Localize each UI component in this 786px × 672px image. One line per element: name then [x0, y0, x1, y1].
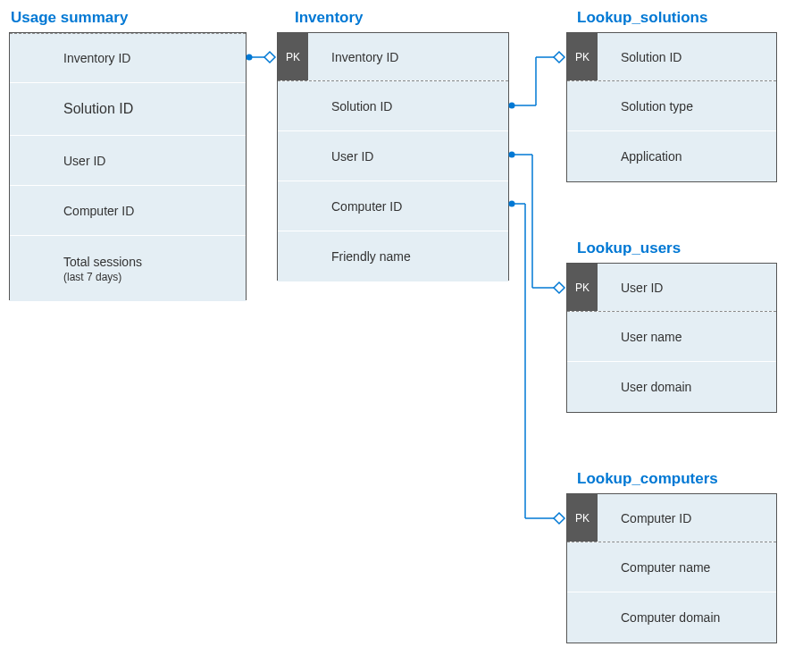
field-row: Solution ID — [10, 83, 246, 136]
svg-marker-17 — [554, 513, 564, 524]
field-row: User domain — [567, 362, 776, 412]
field-label: Application — [598, 149, 776, 164]
field-label: Computer domain — [598, 610, 776, 625]
field-row: Solution ID — [278, 81, 508, 131]
title-lookup-users: Lookup_users — [577, 239, 681, 257]
field-row: Computer ID — [10, 186, 246, 236]
svg-point-16 — [509, 201, 515, 207]
title-inventory: Inventory — [295, 9, 364, 27]
field-row: Friendly name — [278, 231, 508, 281]
field-row: PK Solution ID — [567, 33, 776, 81]
svg-point-11 — [509, 152, 515, 158]
field-label: Computer ID — [40, 204, 246, 218]
field-label: User ID — [308, 149, 508, 164]
field-row: User name — [567, 312, 776, 362]
title-usage-summary: Usage summary — [11, 9, 128, 27]
field-label: Solution type — [598, 99, 776, 113]
svg-marker-12 — [554, 282, 564, 293]
field-label: Computer ID — [598, 511, 776, 525]
field-row: Total sessions (last 7 days) — [10, 236, 246, 301]
field-row: Application — [567, 131, 776, 181]
field-label: User ID — [598, 281, 776, 295]
title-lookup-computers: Lookup_computers — [577, 470, 718, 488]
field-row: Computer name — [567, 542, 776, 592]
field-label: Computer ID — [308, 199, 508, 214]
pk-badge: PK — [567, 33, 598, 80]
entity-inventory: PK Inventory ID Solution ID User ID Comp… — [277, 32, 509, 281]
entity-lookup-computers: PK Computer ID Computer name Computer do… — [566, 493, 777, 643]
field-label: Computer name — [598, 560, 776, 575]
field-row: User ID — [278, 131, 508, 181]
field-label: Inventory ID — [40, 51, 246, 65]
field-row: Computer ID — [278, 181, 508, 231]
field-label: User name — [598, 330, 776, 344]
field-row: PK Inventory ID — [278, 33, 508, 81]
svg-point-6 — [509, 103, 515, 109]
svg-marker-7 — [554, 52, 564, 63]
pk-badge: PK — [278, 33, 308, 80]
field-label: Solution ID — [40, 101, 246, 117]
field-label: User ID — [40, 154, 246, 168]
svg-marker-2 — [264, 52, 275, 63]
entity-lookup-solutions: PK Solution ID Solution type Application — [566, 32, 777, 182]
field-row: PK User ID — [567, 264, 776, 312]
field-row: PK Computer ID — [567, 494, 776, 542]
pk-badge: PK — [567, 264, 598, 311]
field-row: User ID — [10, 136, 246, 186]
field-label: Friendly name — [308, 249, 508, 264]
svg-point-1 — [247, 55, 253, 61]
title-lookup-solutions: Lookup_solutions — [577, 9, 707, 27]
field-label: User domain — [598, 380, 776, 394]
entity-lookup-users: PK User ID User name User domain — [566, 263, 777, 413]
field-row: Solution type — [567, 81, 776, 131]
field-row: Computer domain — [567, 592, 776, 643]
field-label: Solution ID — [308, 99, 508, 113]
field-label: Inventory ID — [308, 50, 508, 64]
field-label: Total sessions (last 7 days) — [40, 255, 246, 283]
field-row: Inventory ID — [10, 33, 246, 83]
field-label: Solution ID — [598, 50, 776, 64]
pk-badge: PK — [567, 494, 598, 542]
entity-usage-summary: Inventory ID Solution ID User ID Compute… — [9, 32, 247, 300]
